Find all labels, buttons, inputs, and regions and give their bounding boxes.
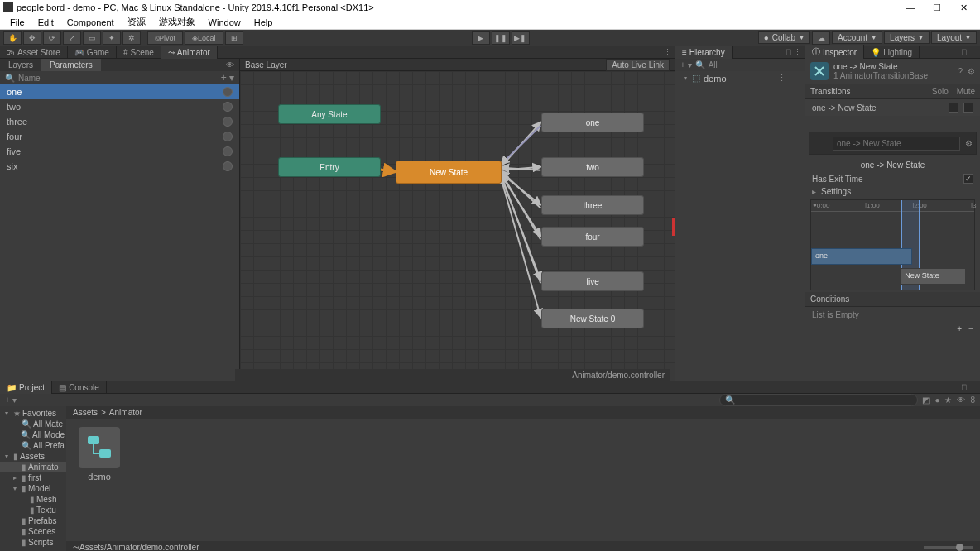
save-search-icon[interactable]: ★ [944, 395, 952, 405]
settings-foldout[interactable]: Settings [821, 187, 851, 196]
hidden-packages-icon[interactable]: 👁 [957, 395, 965, 405]
scale-tool[interactable]: ⤢ [63, 31, 81, 45]
param-toggle[interactable] [223, 161, 233, 171]
search-by-type-icon[interactable]: ◩ [922, 395, 930, 405]
thumbnail-size-slider[interactable] [924, 546, 973, 549]
node-new-state-0[interactable]: New State 0 [541, 309, 644, 328]
has-exit-time-checkbox[interactable] [963, 174, 973, 184]
inspector-lock-icon[interactable]: ⎕ [962, 48, 966, 56]
hierarchy-item-menu-icon[interactable]: ⋮ [777, 73, 786, 84]
project-lock-icon[interactable]: ⎕ [962, 383, 966, 391]
node-four[interactable]: four [541, 227, 644, 247]
hand-tool[interactable]: ✋ [3, 31, 22, 45]
tab-project[interactable]: 📁 Project [0, 381, 52, 394]
hierarchy-item-demo[interactable]: ⬚ demo ⋮ [675, 71, 805, 85]
maximize-button[interactable]: ☐ [924, 2, 950, 13]
pause-button[interactable]: ❚❚ [492, 31, 510, 45]
tree-item[interactable]: 🔍 All Mode [0, 429, 66, 440]
hierarchy-lock-icon[interactable]: ⎕ [786, 48, 790, 56]
animator-graph[interactable]: Any State Entry New State one two three … [240, 71, 675, 381]
param-toggle[interactable] [223, 102, 233, 112]
snap-toggle[interactable]: ⊞ [225, 31, 243, 45]
inspector-menu-icon[interactable]: ⋮ [969, 48, 977, 56]
subtab-parameters[interactable]: Parameters [41, 59, 101, 71]
node-entry[interactable]: Entry [278, 157, 381, 177]
param-row-one[interactable]: one [0, 84, 239, 99]
project-tree[interactable]: ▾★ Favorites🔍 All Mate🔍 All Mode🔍 All Pr… [0, 406, 66, 551]
collab-dropdown[interactable]: ● Collab [758, 31, 810, 44]
auto-live-link-toggle[interactable]: Auto Live Link [606, 59, 670, 71]
param-toggle[interactable] [223, 117, 233, 127]
menu-component[interactable]: Component [60, 17, 121, 27]
add-condition-button[interactable]: + [957, 324, 962, 333]
help-icon[interactable]: ? [958, 67, 963, 76]
solo-checkbox[interactable] [949, 103, 958, 113]
tree-item[interactable]: ▸▮ first [0, 472, 66, 483]
tree-item[interactable]: ▮ Mesh [0, 494, 66, 505]
timeline-clip-one[interactable]: one [811, 248, 912, 265]
param-filter-label[interactable]: Name [18, 74, 41, 83]
menu-edit[interactable]: Edit [31, 17, 60, 27]
menu-help[interactable]: Help [247, 17, 280, 27]
param-row-six[interactable]: six [0, 159, 239, 174]
project-search-input[interactable] [719, 394, 918, 406]
param-toggle[interactable] [223, 87, 233, 97]
tree-item[interactable]: ▮ Prefabs [0, 515, 66, 526]
hierarchy-add-button[interactable]: + ▾ [680, 60, 692, 69]
tree-item[interactable]: 🔍 All Prefa [0, 440, 66, 451]
param-row-four[interactable]: four [0, 129, 239, 144]
tab-menu-icon[interactable]: ⋮ [664, 48, 671, 56]
rect-tool[interactable]: ▭ [83, 31, 101, 45]
node-three[interactable]: three [541, 195, 644, 215]
node-new-state[interactable]: New State [396, 161, 502, 184]
tab-inspector[interactable]: ⓘ Inspector [805, 45, 864, 60]
param-toggle[interactable] [223, 146, 233, 156]
tree-item[interactable]: ▾★ Favorites [0, 408, 66, 419]
hierarchy-menu-icon[interactable]: ⋮ [794, 48, 801, 56]
menu-window[interactable]: Window [202, 17, 247, 27]
project-add-button[interactable]: + ▾ [5, 395, 17, 405]
param-row-five[interactable]: five [0, 144, 239, 159]
param-row-three[interactable]: three [0, 114, 239, 129]
eye-icon[interactable]: 👁 [226, 60, 239, 69]
param-row-two[interactable]: two [0, 99, 239, 114]
search-by-label-icon[interactable]: ● [934, 395, 939, 405]
node-two[interactable]: two [541, 157, 644, 177]
breadcrumb-base-layer[interactable]: Base Layer [245, 60, 287, 69]
transition-timeline[interactable]: ●0:00 |1:00 |2:00 |3 one New State [810, 199, 975, 290]
node-any-state[interactable]: Any State [278, 104, 381, 124]
layers-dropdown[interactable]: Layers [884, 31, 930, 44]
tree-item[interactable]: ▾▮ Assets [0, 451, 66, 462]
transition-name-input[interactable] [833, 137, 960, 151]
mute-checkbox[interactable] [963, 103, 973, 113]
tab-animator[interactable]: ⤳ Animator [161, 46, 218, 59]
play-button[interactable]: ▶ [472, 31, 490, 45]
move-tool[interactable]: ✥ [23, 31, 41, 45]
cloud-button[interactable]: ☁ [812, 31, 830, 45]
tab-lighting[interactable]: 💡 Lighting [864, 46, 920, 59]
tree-item[interactable]: ▾▮ Model [0, 483, 66, 494]
project-menu-icon[interactable]: ⋮ [969, 383, 977, 391]
tab-game[interactable]: 🎮 Game [68, 46, 117, 59]
node-one[interactable]: one [541, 113, 644, 132]
transform-tool[interactable]: ✦ [103, 31, 121, 45]
remove-transition-button[interactable]: − [968, 117, 973, 127]
tree-item[interactable]: ▮ Scripts [0, 537, 66, 548]
custom-tool[interactable]: ✲ [122, 31, 141, 45]
step-button[interactable]: ▶❚ [512, 31, 530, 45]
timeline-clip-newstate[interactable]: New State [901, 268, 966, 285]
tree-item[interactable]: ▮ Animato [0, 462, 66, 472]
menu-gameobject[interactable]: 游戏对象 [152, 16, 202, 28]
tab-hierarchy[interactable]: ≡ Hierarchy [675, 46, 733, 59]
node-five[interactable]: five [541, 271, 644, 291]
tree-item[interactable]: ▮ Scenes [0, 526, 66, 537]
minimize-button[interactable]: — [897, 2, 924, 12]
menu-file[interactable]: File [3, 17, 31, 27]
hierarchy-search-label[interactable]: All [709, 60, 718, 69]
transition-list-item[interactable]: one -> New State [805, 99, 980, 116]
layout-dropdown[interactable]: Layout [931, 31, 977, 44]
local-toggle[interactable]: ◈Local [185, 31, 223, 45]
settings-icon[interactable]: ⚙ [968, 67, 975, 76]
gear-icon[interactable]: ⚙ [965, 139, 973, 148]
subtab-layers[interactable]: Layers [0, 59, 41, 71]
